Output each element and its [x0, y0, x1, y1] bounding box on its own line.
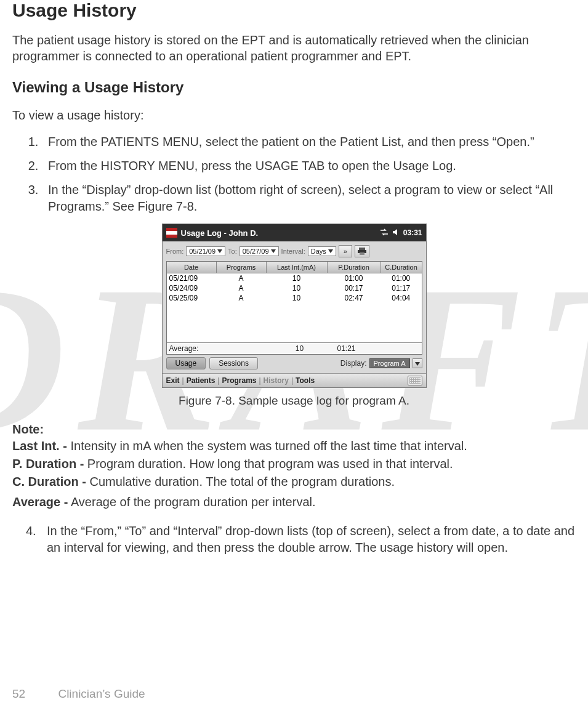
- lead-text: To view a usage history:: [12, 108, 576, 123]
- page-number: 52: [12, 687, 25, 700]
- go-button[interactable]: »: [339, 245, 352, 257]
- flag-icon: [166, 228, 177, 238]
- nav-tools[interactable]: Tools: [296, 376, 315, 385]
- section-title-viewing: Viewing a Usage History: [12, 79, 576, 96]
- nav-exit[interactable]: Exit: [166, 376, 180, 385]
- cell-pdur: 01:00: [327, 273, 381, 284]
- note-block: Note: Last Int. - Intensity in mA when t…: [12, 421, 576, 512]
- double-arrow-icon: »: [344, 248, 347, 255]
- to-date-value: 05/27/09: [243, 248, 269, 255]
- step-1: From the PATIENTS MENU, select the patie…: [42, 134, 576, 150]
- interval-dropdown[interactable]: Days: [308, 246, 336, 256]
- note-avg-term: Average -: [12, 495, 68, 509]
- note-pdur-term: P. Duration -: [12, 457, 84, 470]
- cell-lastint: 10: [266, 293, 327, 303]
- cell-lastint: 10: [266, 273, 327, 284]
- col-date[interactable]: Date: [167, 262, 217, 273]
- note-lastint-desc: Intensity in mA when the system was turn…: [67, 439, 467, 453]
- table-header-row: Date Programs Last Int.(mA) P.Duration C…: [167, 262, 422, 273]
- cell-cdur: 01:17: [381, 283, 422, 293]
- chevron-down-icon: [415, 362, 420, 366]
- book-title: Clinician’s Guide: [58, 687, 145, 700]
- nav-history[interactable]: History: [264, 376, 289, 385]
- to-label: To:: [228, 248, 237, 255]
- interval-value: Days: [311, 248, 326, 255]
- chevron-down-icon: [328, 249, 333, 253]
- cell-programs: A: [216, 293, 266, 303]
- nav-patients[interactable]: Patients: [187, 376, 215, 385]
- cell-cdur: 01:00: [381, 273, 422, 284]
- tabs-row: Usage Sessions Display: Program A: [163, 355, 426, 373]
- cell-pdur: 02:47: [327, 293, 381, 303]
- usage-log-window: Usage Log - John D. 03:31 From:: [162, 224, 427, 388]
- table-empty-space: [167, 303, 422, 342]
- step-3: In the “Display” drop-down list (bottom …: [42, 182, 576, 215]
- cell-programs: A: [216, 273, 266, 284]
- col-pdur[interactable]: P.Duration: [327, 262, 381, 273]
- sync-icon: [380, 228, 389, 238]
- average-label: Average:: [169, 344, 225, 353]
- chevron-down-icon: [271, 249, 276, 253]
- cell-date: 05/21/09: [167, 273, 217, 284]
- from-date-dropdown[interactable]: 05/21/09: [186, 246, 225, 256]
- print-button[interactable]: [355, 245, 369, 257]
- filters-row: From: 05/21/09 To: 05/27/09 Interval: Da…: [163, 241, 426, 261]
- titlebar: Usage Log - John D. 03:31: [163, 224, 426, 241]
- keyboard-icon[interactable]: [408, 376, 422, 385]
- interval-label: Interval:: [281, 248, 305, 255]
- to-date-dropdown[interactable]: 05/27/09: [240, 246, 279, 256]
- step-4: In the “From,” “To” and “Interval” drop-…: [47, 523, 576, 556]
- table-row[interactable]: 05/25/09 A 10 02:47 04:04: [167, 293, 422, 303]
- display-dropdown-arrow[interactable]: [413, 358, 422, 368]
- clock-time: 03:31: [403, 228, 422, 237]
- col-lastint[interactable]: Last Int.(mA): [266, 262, 327, 273]
- from-date-value: 05/21/09: [189, 248, 215, 255]
- cell-pdur: 00:17: [327, 283, 381, 293]
- figure-caption: Figure 7-8. Sample usage log for program…: [12, 394, 576, 408]
- cell-cdur: 04:04: [381, 293, 422, 303]
- chevron-down-icon: [217, 249, 222, 253]
- note-cdur-desc: Cumulative duration. The total of the pr…: [86, 475, 395, 488]
- note-pdur-desc: Program duration. How long that program …: [84, 457, 453, 470]
- note-lastint-term: Last Int. -: [12, 439, 67, 453]
- col-cdur[interactable]: C.Duration: [381, 262, 422, 273]
- bottom-navbar: Exit| Patients| Programs| History| Tools: [163, 373, 426, 387]
- average-lastint: 10: [276, 344, 323, 353]
- display-label: Display:: [340, 359, 367, 368]
- svg-rect-0: [359, 248, 365, 250]
- average-pdur: 01:21: [323, 344, 370, 353]
- svg-rect-2: [360, 252, 364, 255]
- col-programs[interactable]: Programs: [216, 262, 266, 273]
- window-title: Usage Log - John D.: [181, 228, 380, 238]
- tab-usage[interactable]: Usage: [166, 357, 206, 369]
- step-4-wrap: 4. In the “From,” “To” and “Interval” dr…: [26, 523, 576, 556]
- note-cdur-term: C. Duration -: [12, 475, 86, 488]
- table-row[interactable]: 05/24/09 A 10 00:17 01:17: [167, 283, 422, 293]
- page-footer: 52 Clinician’s Guide: [12, 687, 145, 701]
- step-2: From the HISTORY MENU, press the USAGE T…: [42, 158, 576, 174]
- steps-list: From the PATIENTS MENU, select the patie…: [12, 134, 576, 215]
- figure-wrapper: Usage Log - John D. 03:31 From:: [12, 224, 576, 388]
- cell-lastint: 10: [266, 283, 327, 293]
- cell-programs: A: [216, 283, 266, 293]
- note-avg-desc: Average of the program duration per inte…: [68, 495, 315, 509]
- display-value: Program A: [374, 360, 406, 367]
- speaker-icon: [392, 228, 400, 238]
- cell-date: 05/25/09: [167, 293, 217, 303]
- printer-icon: [358, 248, 366, 255]
- table-row[interactable]: 05/21/09 A 10 01:00 01:00: [167, 273, 422, 284]
- step-4-number: 4.: [26, 523, 47, 556]
- average-row: Average: 10 01:21: [167, 342, 422, 354]
- note-label: Note:: [12, 421, 52, 438]
- display-dropdown[interactable]: Program A: [369, 358, 410, 368]
- page-title: Usage History: [12, 0, 576, 21]
- nav-programs[interactable]: Programs: [222, 376, 256, 385]
- usage-table: Date Programs Last Int.(mA) P.Duration C…: [166, 261, 422, 355]
- from-label: From:: [166, 248, 184, 255]
- intro-paragraph: The patient usage history is stored on t…: [12, 32, 576, 64]
- tab-sessions[interactable]: Sessions: [209, 357, 258, 369]
- cell-date: 05/24/09: [167, 283, 217, 293]
